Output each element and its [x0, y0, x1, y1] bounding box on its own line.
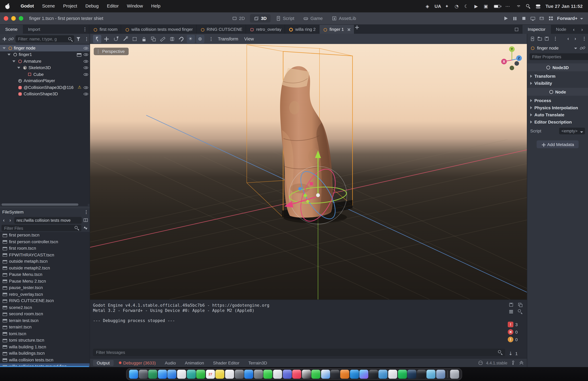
renderer-selector[interactable]: Forward+ [557, 16, 584, 21]
file-item[interactable]: willa building 1.tscn [0, 343, 90, 350]
file-item[interactable]: RING CUTSCENE.tscn [0, 297, 90, 304]
tree-row[interactable]: Armature ⚠ [0, 58, 90, 64]
close-window-button[interactable] [4, 16, 8, 21]
move-tool[interactable] [103, 35, 111, 43]
tree-row[interactable]: AnimationPlayer ⚠ [0, 78, 90, 84]
notes[interactable] [215, 370, 225, 379]
pause-button[interactable] [512, 16, 517, 21]
list-select-tool[interactable] [130, 35, 139, 43]
inspector-section-row[interactable]: Node [527, 88, 588, 96]
slack[interactable] [388, 370, 397, 379]
viewport-menu[interactable]: View [241, 36, 257, 41]
dock-tab[interactable]: Scene [0, 25, 23, 34]
menu-item[interactable]: Debug [81, 0, 103, 12]
perspective-menu[interactable]: ⋮ Perspective [94, 48, 128, 55]
apple-menu-icon[interactable] [5, 3, 10, 9]
scene-tab[interactable]: retro_overlay [246, 25, 285, 34]
trash[interactable] [450, 370, 459, 379]
file-item[interactable]: pause_tester.tscn [0, 284, 90, 291]
split-mode-icon[interactable] [83, 218, 88, 223]
wifi-icon[interactable] [514, 0, 522, 12]
search-log-icon[interactable] [518, 309, 523, 314]
menu-item[interactable]: Scene [38, 0, 59, 12]
notion[interactable] [331, 370, 340, 379]
scene-tree-menu-icon[interactable] [83, 36, 88, 41]
select-tool[interactable] [93, 35, 101, 43]
downloads-folder[interactable] [436, 370, 445, 379]
local-space-toggle[interactable] [168, 35, 176, 43]
workspace-tab[interactable]: 2D [228, 14, 249, 22]
distraction-free-icon[interactable] [514, 27, 522, 32]
facetime[interactable] [196, 370, 205, 379]
bottom-panel-tab[interactable]: Shader Editor [209, 360, 243, 366]
discord[interactable] [283, 370, 292, 379]
file-item[interactable]: terrain test.tscn [0, 317, 90, 324]
inspector-section-row[interactable]: Transform [527, 72, 588, 80]
timer-icon[interactable]: ◔ [453, 0, 461, 12]
bottom-panel-tab[interactable]: Animation [181, 360, 208, 366]
add-node-button[interactable] [2, 36, 7, 41]
inspector-section-row[interactable]: Process [527, 97, 588, 104]
preview-sun-toggle[interactable] [187, 35, 195, 43]
visibility-toggle-icon[interactable] [83, 52, 88, 57]
spotify[interactable] [398, 370, 407, 379]
spotlight-icon[interactable] [524, 0, 531, 12]
scale-tool[interactable] [121, 35, 129, 43]
edited-node-selector[interactable]: finger node [527, 44, 588, 53]
new-scene-tab-button[interactable] [354, 25, 363, 30]
workspace-tab[interactable]: 3D [250, 14, 271, 22]
scene-tab[interactable]: finger 1 [319, 25, 355, 34]
viewport-menu[interactable]: Transform [215, 36, 241, 41]
expand-arrow-icon[interactable] [2, 46, 6, 50]
inspector-history-icon[interactable] [580, 36, 585, 41]
photo-booth[interactable] [187, 370, 196, 379]
visibility-toggle-icon[interactable] [83, 45, 88, 50]
dock-tab[interactable]: Inspector [523, 25, 551, 34]
launchpad[interactable] [139, 370, 148, 379]
new-resource-icon[interactable] [530, 36, 535, 41]
history-forward-icon[interactable] [580, 27, 588, 32]
expand-arrow-icon[interactable] [7, 53, 11, 56]
visibility-toggle-icon[interactable] [83, 59, 88, 64]
message-filter-input[interactable] [95, 350, 496, 355]
message-filter[interactable] [93, 349, 505, 356]
instanced-scene-icon[interactable] [77, 52, 82, 57]
rotate-tool[interactable] [112, 35, 120, 43]
save-resource-icon[interactable] [544, 36, 549, 41]
close-tab-icon[interactable] [346, 27, 351, 31]
messages[interactable] [263, 370, 273, 379]
terminal[interactable] [369, 370, 378, 379]
filesystem-menu-icon[interactable] [82, 209, 87, 215]
menu-item[interactable]: Window [123, 0, 147, 12]
scene-tab[interactable]: first room [89, 25, 121, 34]
scene-dock-menu-icon[interactable] [81, 27, 89, 32]
inspector-section-row[interactable]: Visibility [527, 80, 588, 87]
file-item[interactable]: tomi structure.tscn [0, 337, 90, 343]
file-item[interactable]: first room.tscn [0, 245, 90, 251]
file-item[interactable]: second room.tscn [0, 311, 90, 317]
tree-row[interactable]: CollisionShape3D ⚠ [0, 90, 90, 97]
visibility-toggle-icon[interactable] [83, 85, 88, 90]
play-button[interactable] [503, 16, 508, 21]
file-item[interactable]: Pause Menu.tscn [0, 271, 90, 278]
pin-panel-icon[interactable] [510, 360, 516, 365]
spark-icon[interactable]: ✦ [443, 0, 451, 12]
tree-row[interactable]: finger node ⚠ [0, 45, 90, 51]
file-item[interactable]: first person controller.tscn [0, 238, 90, 245]
bottom-panel-tab[interactable]: Terrain3D [245, 360, 271, 366]
file-filter-input[interactable] [3, 225, 74, 231]
menu-item[interactable]: Project [59, 0, 81, 12]
property-filter[interactable] [529, 53, 588, 60]
viewport-3d[interactable]: Y X Z ⋮ Perspective [90, 44, 527, 300]
expand-arrow-icon[interactable] [17, 66, 21, 69]
run-instances-icon[interactable] [548, 16, 553, 21]
dock-tab[interactable]: Import [23, 25, 45, 34]
script-value-dropdown[interactable]: <empty> [559, 128, 585, 134]
history-back-icon[interactable] [571, 27, 580, 32]
visibility-toggle-icon[interactable] [83, 72, 88, 77]
system-monitor[interactable] [148, 370, 157, 379]
bottom-panel-tab[interactable]: Debugger (3633) [115, 360, 160, 366]
movie-maker-icon[interactable] [539, 16, 544, 21]
expand-panel-icon[interactable] [519, 360, 524, 365]
more-icon[interactable]: ⋯ [504, 0, 512, 12]
